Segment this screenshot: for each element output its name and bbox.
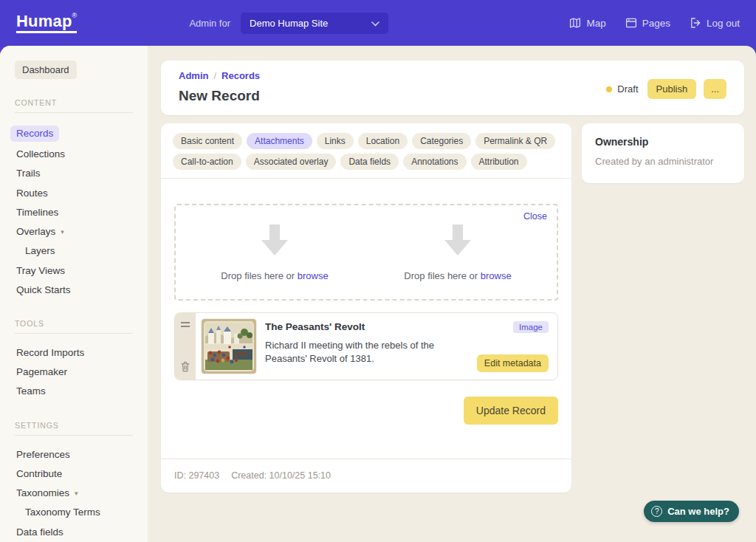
help-label: Can we help? [667, 506, 729, 517]
sidebar-item-quick-starts[interactable]: Quick Starts [0, 281, 148, 300]
sidebar-item-routes[interactable]: Routes [0, 184, 148, 203]
sidebar-item-label: Tray Views [16, 264, 65, 278]
tab-permalink-qr[interactable]: Permalink & QR [475, 133, 555, 149]
dropzone-left[interactable]: Drop files here or browse [183, 224, 366, 281]
attachment-rail [175, 313, 196, 380]
pages-label: Pages [642, 18, 670, 29]
sidebar-item-label: Taxonomies [16, 487, 69, 500]
file-dropzone[interactable]: Close Drop files here or browse [174, 204, 558, 301]
sidebar-item-label: Routes [16, 187, 48, 200]
tab-annotations[interactable]: Annotations [403, 154, 466, 170]
sidebar-item-records[interactable]: Records [0, 123, 148, 145]
sidebar-item-label: Data fields [16, 526, 63, 539]
tab-basic-content[interactable]: Basic content [173, 133, 242, 149]
sidebar-item-overlays[interactable]: Overlays▾ [0, 222, 148, 241]
tab-data-fields[interactable]: Data fields [340, 154, 399, 170]
tab-attachments[interactable]: Attachments [247, 133, 312, 149]
sidebar-item-data-fields[interactable]: Data fields [0, 523, 148, 542]
logo-text: Humap [16, 12, 72, 30]
page-title: New Record [179, 88, 260, 104]
record-meta: ID: 297403 Created: 10/10/25 15:10 [161, 459, 571, 493]
attachment-info: The Peasants' Revolt Richard II meeting … [262, 313, 468, 380]
draft-dot-icon [606, 86, 612, 92]
map-icon [569, 17, 581, 29]
site-selector[interactable]: Demo Humap Site [241, 13, 388, 34]
status-label: Draft [617, 83, 638, 95]
tab-location[interactable]: Location [358, 133, 408, 149]
drop-files-label: Drop files here or [404, 270, 478, 281]
sidebar-item-pagemaker[interactable]: Pagemaker [0, 363, 148, 382]
sidebar-item-taxonomy-terms[interactable]: Taxonomy Terms [0, 503, 148, 522]
sidebar-settings-list: Preferences Contribute Taxonomies▾ Taxon… [0, 445, 148, 542]
pages-icon [625, 17, 637, 29]
tab-call-to-action[interactable]: Call-to-action [173, 154, 241, 170]
breadcrumb-admin-link[interactable]: Admin [179, 70, 208, 81]
sidebar-item-collections[interactable]: Collections [0, 145, 148, 164]
sidebar-item-teams[interactable]: Teams [0, 382, 148, 401]
ownership-heading: Ownership [595, 136, 731, 148]
record-header-card: Admin / Records New Record Draft Publish… [161, 61, 744, 115]
logout-link[interactable]: Log out [690, 17, 740, 29]
attachment-thumbnail[interactable] [202, 319, 256, 374]
ownership-panel: Ownership Created by an administrator [582, 123, 744, 183]
main-area: Admin / Records New Record Draft Publish… [148, 46, 756, 542]
content-row: Basic content Attachments Links Location… [161, 123, 744, 493]
sidebar-item-record-imports[interactable]: Record Imports [0, 343, 148, 363]
sidebar-heading-tools: TOOLS [15, 319, 133, 328]
sidebar-item-dashboard[interactable]: Dashboard [15, 61, 77, 79]
sidebar-item-taxonomies[interactable]: Taxonomies▾ [0, 484, 148, 503]
sidebar-item-preferences[interactable]: Preferences [0, 445, 148, 464]
sidebar-item-layers[interactable]: Layers [0, 241, 148, 261]
sidebar-item-label: Preferences [16, 448, 70, 462]
humap-logo[interactable]: Humap® [16, 13, 77, 33]
logout-label: Log out [707, 18, 740, 29]
sidebar-item-tray-views[interactable]: Tray Views [0, 261, 148, 281]
sidebar-item-label: Records [10, 126, 59, 142]
map-label: Map [586, 18, 605, 29]
ownership-body: Created by an administrator [595, 156, 731, 167]
topbar: Humap® Admin for Demo Humap Site Map Pag… [0, 0, 756, 46]
breadcrumb-records-link[interactable]: Records [221, 70, 260, 81]
chevron-down-icon: ▾ [61, 227, 64, 236]
sidebar-item-label: Timelines [16, 206, 58, 219]
page-shell: Dashboard CONTENT Records Collections Tr… [0, 46, 756, 542]
record-id: ID: 297403 [174, 470, 219, 481]
sidebar-item-contribute[interactable]: Contribute [0, 464, 148, 484]
tab-attribution[interactable]: Attribution [471, 154, 527, 170]
help-button[interactable]: ? Can we help? [644, 501, 739, 522]
sidebar-item-trails[interactable]: Trails [0, 164, 148, 183]
sidebar-item-label: Teams [16, 385, 46, 398]
delete-attachment-button[interactable] [180, 361, 190, 372]
browse-link[interactable]: browse [481, 270, 512, 281]
publish-button[interactable]: Publish [647, 79, 697, 99]
breadcrumb-separator: / [213, 70, 216, 81]
record-tabs: Basic content Attachments Links Location… [161, 123, 571, 179]
sidebar-item-label: Overlays [16, 225, 55, 239]
attachment-type-badge: Image [513, 321, 549, 333]
attachment-side: Image Edit metadata [468, 313, 557, 380]
admin-for-label: Admin for [189, 18, 230, 29]
more-actions-button[interactable]: ... [704, 79, 726, 99]
tab-categories[interactable]: Categories [412, 133, 471, 149]
sidebar-heading-settings: SETTINGS [15, 421, 133, 430]
dropzone-right[interactable]: Drop files here or browse [366, 224, 549, 281]
tab-links[interactable]: Links [317, 133, 354, 149]
dropzone-close-link[interactable]: Close [523, 211, 547, 222]
map-link[interactable]: Map [569, 17, 605, 29]
sidebar-item-label: Record Imports [16, 346, 84, 360]
sidebar-item-label: Contribute [16, 467, 62, 481]
dropzone-text: Drop files here or browse [404, 270, 511, 281]
sidebar: Dashboard CONTENT Records Collections Tr… [0, 46, 148, 542]
edit-metadata-button[interactable]: Edit metadata [477, 354, 549, 372]
sidebar-item-timelines[interactable]: Timelines [0, 203, 148, 222]
chevron-down-icon [371, 18, 379, 29]
drag-handle-icon[interactable] [181, 322, 190, 327]
update-record-button[interactable]: Update Record [464, 397, 558, 425]
pages-link[interactable]: Pages [625, 17, 670, 29]
tab-associated-overlay[interactable]: Associated overlay [246, 154, 337, 170]
browse-link[interactable]: browse [298, 270, 329, 281]
sidebar-item-label: Taxonomy Terms [25, 506, 100, 519]
breadcrumb: Admin / Records [179, 70, 260, 81]
sidebar-item-label: Quick Starts [16, 284, 71, 297]
trash-icon [180, 363, 190, 374]
